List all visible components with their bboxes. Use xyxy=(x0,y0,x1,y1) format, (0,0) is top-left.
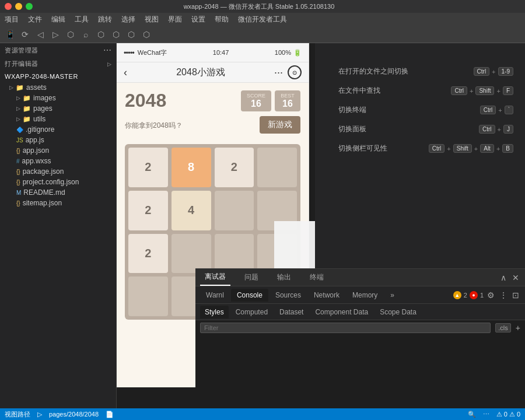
inspect-icon[interactable]: 🔍 xyxy=(468,411,476,418)
toolbar: 📱 ⟳ ◁ ▷ ⬡ ⌕ ⬡ ⬡ ⬡ ⬡ xyxy=(0,26,525,43)
game-description: 你能拿到2048吗？ xyxy=(125,121,183,131)
menu-item-settings[interactable]: 设置 xyxy=(191,15,205,24)
sub-tab-scope-data[interactable]: Scope Data xyxy=(375,306,421,318)
menu-item-tools[interactable]: 工具 xyxy=(75,15,89,24)
error-icon: ⚠ xyxy=(496,411,502,418)
battery-percent: 100% xyxy=(275,49,291,56)
panel-collapse-button[interactable]: ∧ xyxy=(499,272,508,284)
key-shift: Shift xyxy=(475,86,494,95)
back-icon[interactable]: ◁ xyxy=(35,29,46,40)
warning-count: 2 xyxy=(464,292,467,299)
sidebar-item-readme[interactable]: M README.md xyxy=(0,187,116,198)
sub-tab-styles[interactable]: Styles xyxy=(200,306,229,318)
sidebar-item-images[interactable]: ▷ 📁 images xyxy=(0,93,116,103)
key-j: J xyxy=(503,125,513,134)
menu-item-wechat[interactable]: 微信开发者工具 xyxy=(238,15,287,24)
compile-icon[interactable]: ⬡ xyxy=(65,29,76,40)
nav-more-button[interactable]: ··· xyxy=(274,66,283,79)
real-icon[interactable]: ⬡ xyxy=(141,29,152,40)
menu-item-file[interactable]: 文件 xyxy=(28,15,42,24)
key-shift: Shift xyxy=(453,144,472,153)
error-badge: ● xyxy=(470,291,478,299)
filter-input[interactable] xyxy=(200,323,491,333)
expand-icon: ▷ xyxy=(16,95,20,101)
maximize-button[interactable] xyxy=(26,3,33,10)
sidebar-open-editors[interactable]: 打开编辑器 ▷ xyxy=(0,57,116,71)
devtools-settings-icon[interactable]: ⚙ xyxy=(486,289,496,301)
sidebar-item-packagejson[interactable]: {} package.json xyxy=(0,166,116,177)
menu-item-goto[interactable]: 跳转 xyxy=(98,15,112,24)
menu-item-select[interactable]: 选择 xyxy=(121,15,135,24)
status-view-path[interactable]: 视图路径 xyxy=(5,410,30,419)
devtool-tab-memory[interactable]: Memory xyxy=(346,289,383,302)
sidebar-item-appjson[interactable]: {} app.json xyxy=(0,145,116,156)
menu-item-help[interactable]: 帮助 xyxy=(215,15,229,24)
status-right: 100% 🔋 xyxy=(275,49,302,57)
sub-tab-dataset[interactable]: Dataset xyxy=(275,306,308,318)
menu-item-edit[interactable]: 编辑 xyxy=(51,15,65,24)
shortcut-keys: Ctrl + Shift + F xyxy=(451,86,513,95)
panel-tab-debugger[interactable]: 离试器 xyxy=(200,269,230,286)
panel-tab-output[interactable]: 输出 xyxy=(272,269,296,286)
folder-icon: 📁 xyxy=(23,105,31,113)
sidebar-item-sitemapjson[interactable]: {} sitemap.json xyxy=(0,198,116,208)
best-box: BEST 16 xyxy=(275,90,300,111)
panel-tab-terminal[interactable]: 终端 xyxy=(305,269,328,286)
forward-icon[interactable]: ▷ xyxy=(50,29,61,40)
sidebar-project-root[interactable]: WXAPP-2048-MASTER xyxy=(0,71,116,82)
devtool-tab-console[interactable]: Console xyxy=(231,289,268,302)
sub-tab-computed[interactable]: Computed xyxy=(231,306,272,318)
panel-tab-problems[interactable]: 问题 xyxy=(240,269,263,286)
sidebar-item-pages[interactable]: ▷ 📁 pages xyxy=(0,103,116,114)
menu-item-view[interactable]: 视图 xyxy=(145,15,159,24)
shortcut-keys: Ctrl + Shift + Alt + B xyxy=(429,144,513,153)
debug-icon[interactable]: ⬡ xyxy=(96,29,106,40)
status-left: ••••• WeChat字 xyxy=(124,48,167,57)
close-button[interactable] xyxy=(5,3,12,10)
bottom-panel: 离试器 问题 输出 终端 ∧ ✕ Warnl Console Sources N… xyxy=(195,268,525,397)
phone-icon[interactable]: 📱 xyxy=(5,29,15,40)
menu-item-project[interactable]: 项目 xyxy=(5,15,19,24)
panel-close-button[interactable]: ✕ xyxy=(511,272,520,284)
sidebar-item-projectconfig[interactable]: {} project.config.json xyxy=(0,177,116,187)
sidebar-item-utils[interactable]: ▷ 📁 utils xyxy=(0,114,116,124)
devtools-dock-icon[interactable]: ⊡ xyxy=(511,289,520,301)
sidebar-item-gitignore[interactable]: 🔷 .gitignore xyxy=(0,124,116,135)
title-bar: wxapp-2048 — 微信开发者工具 Stable 1.05.2108130 xyxy=(0,0,525,13)
add-rule-button[interactable]: + xyxy=(516,323,520,332)
key-f: F xyxy=(503,86,513,95)
devtool-tab-warnl[interactable]: Warnl xyxy=(200,289,230,302)
upload-icon[interactable]: ⬡ xyxy=(111,29,121,40)
sidebar-item-assets[interactable]: ▷ 📁 assets xyxy=(0,82,116,93)
nav-right-controls: ··· ⊙ xyxy=(274,65,302,79)
shortcut-keys: Ctrl + 1-9 xyxy=(474,67,513,76)
tile-r0c0: 2 xyxy=(128,148,168,187)
search-icon[interactable]: ⌕ xyxy=(80,29,91,40)
tile-r1c1: 4 xyxy=(172,191,211,230)
shortcut-row-panel: 切换面板 Ctrl + J xyxy=(338,124,513,134)
sub-tab-component-data[interactable]: Component Data xyxy=(310,306,373,318)
new-game-button[interactable]: 新游戏 xyxy=(260,116,300,134)
sidebar-explorer-header[interactable]: 资源管理器 ⋯ xyxy=(0,43,116,57)
sidebar-item-appjs[interactable]: JS app.js xyxy=(0,135,116,145)
nav-camera-button[interactable]: ⊙ xyxy=(288,65,302,79)
window-controls[interactable] xyxy=(5,3,33,10)
minimize-button[interactable] xyxy=(15,3,22,10)
key-b: B xyxy=(502,144,513,153)
key-ctrl: Ctrl xyxy=(429,144,445,153)
devtool-tab-network[interactable]: Network xyxy=(308,289,345,302)
folder-icon: 📁 xyxy=(23,94,31,102)
nav-back-button[interactable]: ‹ xyxy=(124,66,127,79)
cls-button[interactable]: .cls xyxy=(495,323,511,332)
sidebar-item-appwxss[interactable]: # app.wxss xyxy=(0,156,116,166)
status-more-icon[interactable]: ⋯ xyxy=(483,411,489,418)
tile-r1c2 xyxy=(215,191,254,230)
error-count-display: ⚠ 0 ⚠ 0 xyxy=(496,411,520,418)
devtools-more-icon[interactable]: ⋮ xyxy=(498,289,509,301)
refresh-icon[interactable]: ⟳ xyxy=(20,29,30,40)
devtool-tab-sources[interactable]: Sources xyxy=(270,289,307,302)
menu-item-interface[interactable]: 界面 xyxy=(168,15,182,24)
status-file-path[interactable]: pages/2048/2048 xyxy=(49,411,99,418)
preview-icon[interactable]: ⬡ xyxy=(126,29,136,40)
devtool-tab-more[interactable]: » xyxy=(384,289,400,302)
